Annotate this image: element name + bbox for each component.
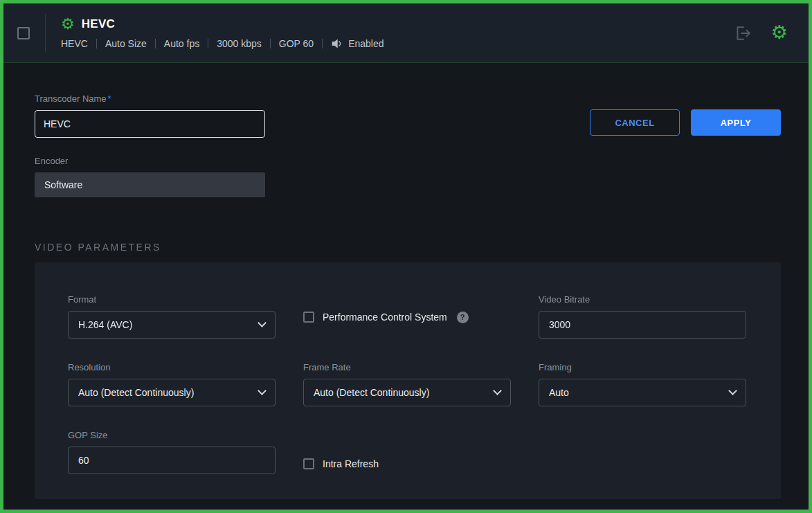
header-left: ⚙ HEVC HEVC Auto Size Auto fps 3000 kbps… (17, 14, 384, 53)
chevron-down-icon (258, 318, 267, 327)
export-button[interactable] (734, 24, 752, 42)
separator (155, 39, 156, 48)
performance-control-system-label: Performance Control System (323, 312, 447, 323)
cancel-button[interactable]: CANCEL (590, 109, 680, 136)
framing-value: Auto (549, 387, 569, 398)
summary-item-size: Auto Size (105, 38, 147, 49)
format-value: H.264 (AVC) (78, 319, 132, 330)
video-parameters-heading: VIDEO PARAMETERS (35, 242, 781, 253)
speaker-icon (331, 38, 343, 49)
gop-size-input[interactable] (68, 447, 276, 474)
gear-icon: ⚙ (771, 24, 788, 42)
performance-control-system-field: Performance Control System ? (303, 294, 511, 339)
transcoder-summary: HEVC Auto Size Auto fps 3000 kbps GOP 60 (61, 38, 384, 49)
frame-rate-label: Frame Rate (303, 362, 511, 372)
framing-select[interactable]: Auto (539, 379, 746, 406)
name-and-actions-row: Transcoder Name* CANCEL APPLY (35, 93, 781, 138)
intra-refresh-checkbox[interactable] (303, 458, 314, 469)
format-select[interactable]: H.264 (AVC) (68, 311, 276, 339)
form-actions: CANCEL APPLY (590, 109, 781, 136)
transcoder-header: ⚙ HEVC HEVC Auto Size Auto fps 3000 kbps… (3, 3, 809, 63)
frame-rate-select[interactable]: Auto (Detect Continuously) (303, 379, 511, 406)
transcoder-card: ⚙ HEVC HEVC Auto Size Auto fps 3000 kbps… (0, 0, 812, 513)
gop-size-label: GOP Size (68, 430, 276, 440)
encoder-field: Encoder Software (35, 156, 781, 197)
resolution-field: Resolution Auto (Detect Continuously) (68, 362, 276, 406)
export-icon (734, 24, 752, 42)
frame-rate-field: Frame Rate Auto (Detect Continuously) (303, 362, 511, 406)
intra-refresh-label: Intra Refresh (323, 458, 379, 469)
encoder-label: Encoder (35, 156, 781, 166)
summary-item-audio: Enabled (331, 38, 384, 49)
transcoder-name-label: Transcoder Name* (35, 93, 265, 104)
gop-size-field: GOP Size (68, 430, 276, 474)
required-asterisk: * (108, 93, 111, 104)
separator (208, 39, 208, 48)
transcoder-name-input[interactable] (35, 110, 265, 138)
summary-item-fps: Auto fps (164, 38, 199, 49)
video-parameters-panel: Format H.264 (AVC) Performance Control S… (35, 262, 781, 499)
summary-item-gop: GOP 60 (279, 38, 314, 49)
summary-audio-label: Enabled (348, 38, 384, 49)
chevron-down-icon (258, 386, 267, 395)
format-field: Format H.264 (AVC) (68, 294, 276, 339)
performance-control-system-checkbox[interactable] (303, 312, 314, 323)
page-title: HEVC (82, 17, 115, 31)
empty-cell (539, 430, 746, 474)
row-select-checkbox[interactable] (17, 27, 30, 39)
summary-item-codec: HEVC (61, 38, 88, 49)
chevron-down-icon (493, 386, 502, 395)
transcoder-gear-icon: ⚙ (61, 17, 75, 32)
settings-button[interactable]: ⚙ (771, 24, 788, 42)
apply-button[interactable]: APPLY (691, 109, 781, 136)
separator (322, 39, 323, 48)
resolution-value: Auto (Detect Continuously) (78, 387, 194, 398)
video-parameters-grid: Format H.264 (AVC) Performance Control S… (68, 294, 748, 474)
header-divider (45, 14, 46, 53)
transcoder-settings-form: Transcoder Name* CANCEL APPLY Encoder So… (3, 63, 809, 510)
video-bitrate-label: Video Bitrate (539, 294, 746, 305)
title-row: ⚙ HEVC (61, 17, 384, 32)
video-bitrate-input[interactable] (539, 311, 746, 339)
help-icon[interactable]: ? (457, 312, 469, 323)
resolution-label: Resolution (68, 362, 276, 372)
framing-label: Framing (539, 362, 746, 372)
frame-rate-value: Auto (Detect Continuously) (314, 387, 429, 398)
separator (96, 39, 97, 48)
encoder-select[interactable]: Software (35, 172, 265, 197)
framing-field: Framing Auto (539, 362, 746, 406)
intra-refresh-field: Intra Refresh (303, 430, 511, 474)
format-label: Format (68, 294, 276, 305)
summary-item-bitrate: 3000 kbps (217, 38, 262, 49)
resolution-select[interactable]: Auto (Detect Continuously) (68, 379, 276, 406)
video-bitrate-field: Video Bitrate (539, 294, 746, 339)
transcoder-name-label-text: Transcoder Name (35, 93, 107, 104)
chevron-down-icon (728, 386, 737, 395)
title-block: ⚙ HEVC HEVC Auto Size Auto fps 3000 kbps… (61, 17, 384, 49)
transcoder-name-field: Transcoder Name* (35, 93, 265, 138)
header-actions: ⚙ (734, 24, 788, 42)
separator (270, 39, 271, 48)
